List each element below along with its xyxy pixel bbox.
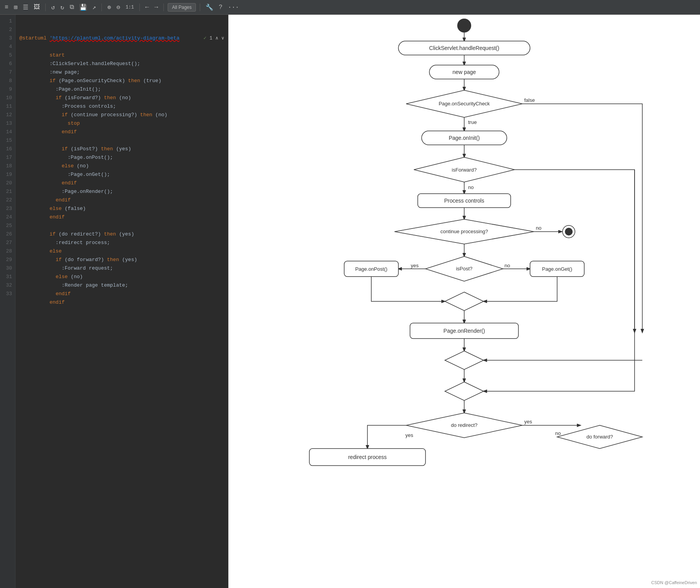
code-line-15: if (isPost?) then (yes) xyxy=(19,136,224,145)
code-line-22: else (false) xyxy=(19,196,224,205)
do-redirect-label: do redirect? xyxy=(451,422,478,428)
code-line-17: else (no) xyxy=(19,153,224,162)
all-pages-button[interactable]: All Pages xyxy=(168,3,196,12)
code-content[interactable]: @startuml ✓ 1 ∧ ∨ 'https://plantuml.com/… xyxy=(15,15,228,588)
arrow-redirect-yes xyxy=(367,425,406,449)
code-line-11: if (continue processing?) then (no) xyxy=(19,102,224,111)
line-numbers: 12345 678910 1112131415 1617181920 21222… xyxy=(0,15,15,588)
toolbar: ≡ ⊞ ☰ 🖼 ↺ ↻ ⧉ 💾 ↗ ⊕ ⊖ 1:1 ← → All Pages … xyxy=(0,0,700,15)
code-line-9: if (isForward?) then (no) xyxy=(19,85,224,94)
code-line-5: :ClickServlet.handleRequest(); xyxy=(19,51,224,60)
continue-processing-label: continue processing? xyxy=(441,229,488,234)
code-panel: 12345 678910 1112131415 1617181920 21222… xyxy=(0,15,228,588)
code-line-16: :Page.onPost(); xyxy=(19,145,224,153)
stop-inner-circle xyxy=(565,228,573,236)
export-icon[interactable]: ↗ xyxy=(91,2,98,13)
image-icon[interactable]: 🖼 xyxy=(32,2,41,12)
no-label-doforward-left: no xyxy=(555,430,561,436)
code-line-14 xyxy=(19,128,224,136)
yes-forward-path xyxy=(515,170,635,332)
code-line-4: start xyxy=(19,43,224,51)
code-line-19: endif xyxy=(19,170,224,179)
code-line-10: :Process controls; xyxy=(19,94,224,102)
merge-2-diamond xyxy=(445,351,484,370)
arrow-get-to-merge xyxy=(484,277,557,301)
new-page-label: new page xyxy=(453,69,476,75)
zoom-reset-icon[interactable]: 1:1 xyxy=(124,3,136,12)
do-forward-label: do forward? xyxy=(587,434,613,440)
copy-icon[interactable]: ⧉ xyxy=(68,2,75,12)
separator-1 xyxy=(45,3,46,11)
code-line-2: 'https://plantuml.com/activity-diagram-b… xyxy=(19,26,224,34)
undo-icon[interactable]: ↺ xyxy=(50,2,57,13)
separator-5 xyxy=(200,3,200,11)
security-check-label: Page.onSecurityCheck xyxy=(439,101,490,107)
true-label-security: true xyxy=(468,119,477,125)
code-line-18: :Page.onGet(); xyxy=(19,162,224,170)
no-label-forward: no xyxy=(468,184,474,190)
code-line-31: :Render page template; xyxy=(19,273,224,281)
arrow-post-to-merge xyxy=(371,277,445,301)
list-icon[interactable]: ☰ xyxy=(21,2,30,13)
help-icon[interactable]: ? xyxy=(217,2,224,12)
code-line-8: :Page.onInit(); xyxy=(19,77,224,85)
code-line-33: endif xyxy=(19,290,224,298)
code-line-12: stop xyxy=(19,111,224,119)
code-line-30: else (no) xyxy=(19,264,224,273)
process-controls-label: Process controls xyxy=(444,198,484,204)
main-content: 12345 678910 1112131415 1617181920 21222… xyxy=(0,15,700,588)
code-line-28: if (do forward?) then (yes) xyxy=(19,247,224,256)
back-icon[interactable]: ← xyxy=(144,2,151,12)
is-post-label: isPost? xyxy=(456,266,473,272)
yes-label-post: yes xyxy=(411,263,419,268)
code-line-32: endif xyxy=(19,281,224,290)
yes-label-redirect: yes xyxy=(405,432,413,438)
code-line-20: :Page.onRender(); xyxy=(19,179,224,187)
no-label-continue: no xyxy=(536,225,541,231)
code-line-29: :Forward request; xyxy=(19,256,224,264)
on-render-label: Page.onRender() xyxy=(443,328,485,334)
menu-icon[interactable]: ≡ xyxy=(3,2,10,12)
grid-icon[interactable]: ⊞ xyxy=(12,2,19,13)
watermark: CSDN @CaffeineDriven xyxy=(651,580,697,585)
code-area[interactable]: 12345 678910 1112131415 1617181920 21222… xyxy=(0,15,228,588)
code-line-3 xyxy=(19,34,224,43)
no-label-redirect: yes xyxy=(524,419,532,425)
code-line-13: endif xyxy=(19,119,224,128)
redo-icon[interactable]: ↻ xyxy=(59,2,66,13)
save-icon[interactable]: 💾 xyxy=(78,2,89,13)
code-line-7: if (Page.onSecurityCheck) then (true) xyxy=(19,68,224,77)
merge-3-diamond xyxy=(445,382,484,401)
separator-3 xyxy=(139,3,140,11)
wrench-icon[interactable]: 🔧 xyxy=(204,2,215,13)
forward-icon[interactable]: → xyxy=(153,2,160,12)
separator-4 xyxy=(163,3,164,11)
redirect-process-label: redirect process xyxy=(348,454,387,460)
code-line-25: if (do redirect?) then (yes) xyxy=(19,222,224,230)
on-init-label: Page.onInit() xyxy=(449,135,480,141)
code-line-24 xyxy=(19,213,224,222)
start-node xyxy=(457,19,471,33)
code-line-26: :redirect process; xyxy=(19,230,224,239)
is-forward-label: isForward? xyxy=(452,167,477,173)
activity-diagram: ClickServlet.handleRequest() new page Pa… xyxy=(228,15,700,588)
code-line-21: endif xyxy=(19,187,224,196)
diagram-panel: ClickServlet.handleRequest() new page Pa… xyxy=(228,15,700,588)
code-line-23: endif xyxy=(19,205,224,213)
more-icon[interactable]: ··· xyxy=(226,2,241,12)
merge-post-get-diamond xyxy=(445,292,484,311)
false-path xyxy=(522,104,642,332)
on-get-label: Page.onGet() xyxy=(542,266,572,272)
false-label-security: false xyxy=(524,97,535,103)
code-line-27: else xyxy=(19,239,224,247)
no-label-post: no xyxy=(504,263,510,268)
handle-request-label: ClickServlet.handleRequest() xyxy=(429,45,499,51)
on-post-label: Page.onPost() xyxy=(355,266,387,272)
code-line-6: :new page; xyxy=(19,60,224,68)
zoom-out-icon[interactable]: ⊖ xyxy=(115,2,122,13)
zoom-in-icon[interactable]: ⊕ xyxy=(106,2,113,13)
code-line-1: @startuml ✓ 1 ∧ ∨ xyxy=(19,17,224,26)
separator-2 xyxy=(101,3,102,11)
